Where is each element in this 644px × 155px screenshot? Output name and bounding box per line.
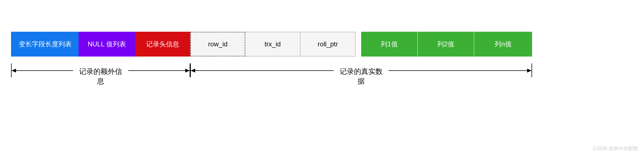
watermark: CSDN @风中的默默 (593, 145, 638, 152)
cell-col2: 列2值 (418, 32, 474, 57)
row-format-diagram: 变长字段长度列表 NULL 值列表 记录头信息 row_id trx_id ro… (11, 32, 532, 57)
cell-record-header: 记录头信息 (135, 32, 190, 57)
bracket-annotations: 记录的额外信息 记录的真实数据 (11, 63, 532, 83)
bracket-extra-info: 记录的额外信息 (11, 63, 190, 77)
cell-row-id: row_id (190, 32, 245, 57)
cell-col1: 列1值 (361, 32, 418, 57)
gap-spacer (356, 32, 361, 57)
cell-coln: 列n值 (474, 32, 532, 57)
cell-trx-id: trx_id (245, 32, 300, 57)
cell-null-list: NULL 值列表 (79, 32, 135, 57)
bracket-real-data: 记录的真实数据 (190, 63, 532, 77)
bracket-label-extra-info: 记录的额外信息 (73, 67, 128, 86)
bracket-label-real-data: 记录的真实数据 (334, 67, 389, 86)
cell-varlen-field-list: 变长字段长度列表 (11, 32, 79, 57)
cell-roll-ptr: roll_ptr (300, 32, 356, 57)
